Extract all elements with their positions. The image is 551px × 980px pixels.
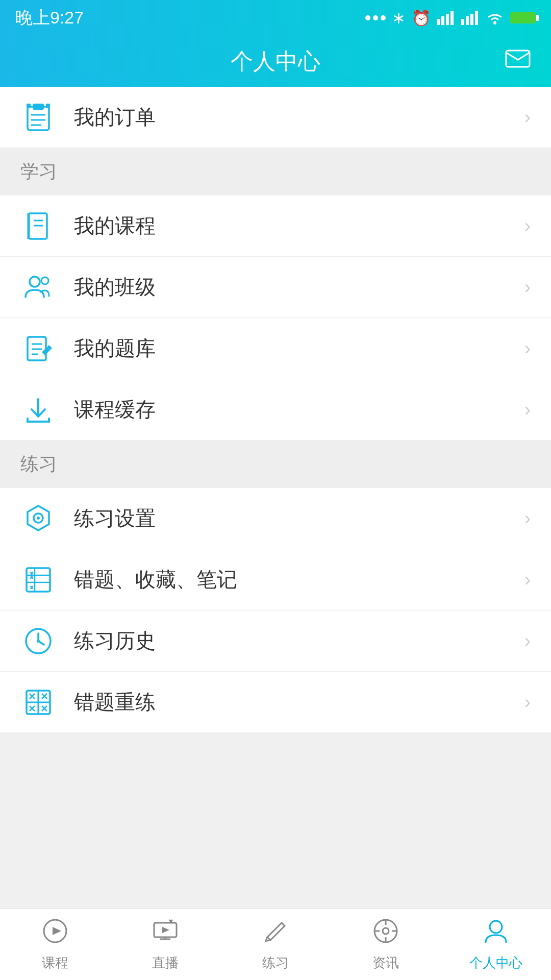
- svg-rect-16: [46, 104, 50, 108]
- nav-practice-label: 练习: [262, 954, 289, 972]
- practice-history-item[interactable]: 练习历史 ›: [0, 610, 551, 672]
- practice-section-label: 练习: [0, 440, 551, 488]
- practice-settings-label: 练习设置: [74, 504, 524, 532]
- my-orders-label: 我的订单: [74, 103, 524, 131]
- nav-news-label: 资讯: [372, 954, 399, 972]
- person-icon: [483, 918, 509, 950]
- tv-icon: [152, 918, 179, 950]
- bottom-navigation: 课程 直播 练习: [0, 909, 551, 980]
- svg-marker-54: [53, 927, 61, 935]
- nav-live[interactable]: 直播: [110, 909, 220, 980]
- chevron-icon: ›: [524, 692, 531, 713]
- svg-rect-2: [446, 14, 449, 25]
- course-cache-label: 课程缓存: [74, 396, 524, 424]
- wrong-practice-item[interactable]: 错题重练 ›: [0, 672, 551, 733]
- svg-marker-58: [162, 927, 169, 933]
- nav-profile[interactable]: 个人中心: [441, 909, 551, 980]
- nav-courses-label: 课程: [42, 954, 68, 972]
- svg-rect-1: [441, 16, 444, 25]
- page-title: 个人中心: [231, 46, 320, 77]
- status-icons: ∗ ⏰: [365, 8, 536, 28]
- practice-history-label: 练习历史: [74, 627, 524, 655]
- list-x-icon: [20, 562, 56, 598]
- chevron-icon: ›: [524, 569, 531, 591]
- battery-icon: [510, 12, 536, 23]
- svg-rect-3: [450, 11, 454, 25]
- practice-section: 练习设置 › 错题、收藏、笔记 ›: [0, 488, 551, 733]
- study-section: 我的课程 › 我的班级 ›: [0, 195, 551, 440]
- wrong-practice-label: 错题重练: [74, 688, 524, 716]
- svg-rect-6: [470, 14, 473, 25]
- edit-doc-icon: [20, 331, 56, 366]
- my-questions-label: 我的题库: [74, 334, 524, 362]
- my-class-label: 我的班级: [74, 273, 524, 301]
- chevron-icon: ›: [524, 338, 531, 359]
- svg-rect-15: [27, 104, 31, 108]
- chevron-icon: ›: [524, 277, 531, 298]
- svg-rect-0: [437, 19, 440, 25]
- alarm-icon: ⏰: [412, 9, 431, 27]
- orders-section: 我的订单 ›: [0, 87, 551, 148]
- nav-courses[interactable]: 课程: [0, 909, 110, 980]
- time-display: 晚上9:27: [15, 6, 84, 30]
- signal-icon2: [461, 11, 480, 25]
- status-bar: 晚上9:27 ∗ ⏰: [0, 0, 551, 36]
- svg-point-22: [41, 277, 48, 284]
- svg-rect-11: [33, 104, 44, 110]
- mail-button[interactable]: [505, 48, 531, 74]
- wrong-collect-notes-item[interactable]: 错题、收藏、笔记 ›: [0, 549, 551, 610]
- wifi-icon: [486, 11, 504, 25]
- svg-rect-7: [475, 11, 478, 25]
- nav-profile-label: 个人中心: [469, 954, 522, 972]
- gear-hex-icon: [20, 501, 56, 536]
- bluetooth-icon: ∗: [392, 8, 406, 28]
- study-section-label: 学习: [0, 148, 551, 195]
- chevron-icon: ›: [524, 399, 531, 421]
- my-courses-item[interactable]: 我的课程 ›: [0, 195, 551, 257]
- my-courses-label: 我的课程: [74, 212, 524, 240]
- play-circle-icon: [42, 918, 68, 950]
- svg-point-64: [383, 928, 389, 934]
- svg-rect-30: [27, 568, 50, 592]
- svg-rect-9: [506, 51, 530, 67]
- clipboard-icon: [20, 100, 56, 135]
- download-icon: [20, 392, 56, 428]
- chevron-icon: ›: [524, 508, 531, 529]
- content-area: 我的订单 › 学习 我的课程 ›: [0, 87, 551, 909]
- my-orders-item[interactable]: 我的订单 ›: [0, 87, 551, 148]
- signal-dots: [365, 15, 386, 20]
- practice-settings-item[interactable]: 练习设置 ›: [0, 488, 551, 549]
- svg-point-41: [37, 640, 40, 643]
- book-icon: [20, 208, 56, 244]
- nav-practice[interactable]: 练习: [220, 909, 331, 980]
- svg-rect-4: [461, 19, 464, 25]
- my-questions-item[interactable]: 我的题库 ›: [0, 318, 551, 379]
- svg-rect-10: [28, 107, 49, 130]
- svg-point-29: [37, 517, 40, 520]
- chevron-icon: ›: [524, 215, 531, 237]
- svg-rect-5: [466, 16, 469, 25]
- clock-icon: [20, 623, 56, 659]
- svg-point-21: [30, 277, 40, 287]
- users-icon: [20, 270, 56, 305]
- grid-x-icon: [20, 684, 56, 720]
- my-class-item[interactable]: 我的班级 ›: [0, 257, 551, 318]
- wrong-collect-notes-label: 错题、收藏、笔记: [74, 566, 524, 594]
- pencil-icon: [262, 918, 289, 950]
- page-header: 个人中心: [0, 36, 551, 87]
- chevron-icon: ›: [524, 107, 531, 128]
- svg-point-8: [493, 21, 496, 24]
- course-cache-item[interactable]: 课程缓存 ›: [0, 379, 551, 440]
- chevron-icon: ›: [524, 630, 531, 652]
- svg-point-69: [490, 921, 502, 933]
- signal-icon: [437, 11, 455, 25]
- dot-circle-icon: [372, 918, 399, 950]
- nav-news[interactable]: 资讯: [331, 909, 441, 980]
- nav-live-label: 直播: [152, 954, 179, 972]
